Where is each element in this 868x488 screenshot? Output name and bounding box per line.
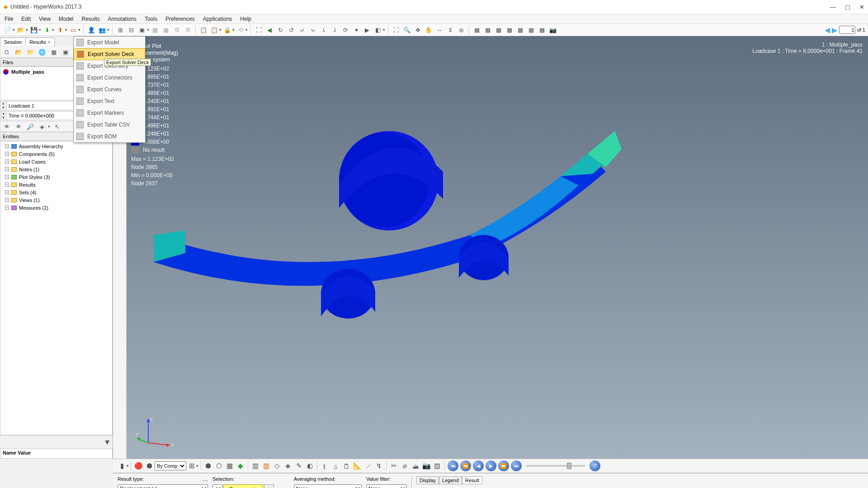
tab-result[interactable]: Result (462, 476, 482, 484)
menu-file[interactable]: File (2, 15, 15, 23)
isolate-icon[interactable]: ◈ (37, 122, 47, 131)
fit-icon[interactable]: ⛶ (254, 25, 264, 35)
expand-icon[interactable]: + (5, 152, 9, 156)
nav-next-icon[interactable]: ▶ (832, 26, 837, 34)
shade4-icon[interactable]: ▩ (505, 25, 514, 35)
lock-icon[interactable]: 🔒 (222, 25, 232, 35)
new-file-icon[interactable]: 🗋 (2, 47, 12, 57)
result2-icon[interactable]: ▥ (261, 461, 271, 471)
expand-icon[interactable]: … (203, 476, 208, 483)
pan-icon[interactable]: ✥ (413, 25, 423, 35)
export-text-item[interactable]: Export Text (74, 95, 145, 107)
move-icon[interactable]: ↔ (434, 25, 444, 35)
avg-select[interactable]: None (294, 484, 362, 488)
person-icon[interactable]: 👤 (86, 25, 96, 35)
tree-node[interactable]: +Load Cases (2, 158, 110, 165)
entities-tree[interactable]: +Assembly Hierarchy+Components (5)+Load … (0, 141, 113, 435)
rotate-xz-icon[interactable]: ⤾ (297, 25, 307, 35)
tool3-icon[interactable]: ⛰ (410, 461, 420, 471)
slides-icon[interactable]: ▭ (68, 25, 78, 35)
shaded-icon[interactable]: ⬢ (203, 461, 213, 471)
expand-icon[interactable]: + (5, 160, 9, 164)
selection-scope-select[interactable] (212, 484, 222, 488)
expand-icon[interactable]: + (5, 144, 9, 148)
result1-icon[interactable]: ▥ (250, 461, 260, 471)
edge-icon[interactable]: ▦ (49, 47, 59, 57)
eye2-icon[interactable]: 👁 (14, 122, 24, 131)
tree-node[interactable]: +Components (5) (2, 150, 110, 158)
anim-slider[interactable] (526, 465, 585, 467)
query1-icon[interactable]: ⫿ (320, 461, 330, 471)
tab-legend[interactable]: Legend (439, 476, 462, 484)
tool5-icon[interactable]: ▨ (432, 461, 442, 471)
tab-session[interactable]: Session (0, 38, 26, 46)
query2-icon[interactable]: ⍙ (330, 461, 340, 471)
rotate2-icon[interactable]: ⤹ (319, 25, 329, 35)
menu-preferences[interactable]: Preferences (163, 15, 197, 23)
open-file-icon[interactable]: 📂 (14, 47, 24, 57)
deformed-icon[interactable]: ◐ (305, 461, 315, 471)
vector-icon[interactable]: ◈ (283, 461, 293, 471)
axis-icon[interactable]: ✦ (351, 25, 361, 35)
export-tablecsv-item[interactable]: Export Table CSV (74, 119, 145, 131)
contour-icon[interactable]: ▮ (117, 461, 127, 471)
menu-view[interactable]: View (37, 15, 53, 23)
people-icon[interactable]: 👥 (97, 25, 107, 35)
export-icon[interactable]: ⬆ (55, 25, 65, 35)
color-by-icon[interactable]: 🔴 (133, 461, 143, 471)
tab-results[interactable]: Results× (25, 38, 55, 46)
shade7-icon[interactable]: ▩ (537, 25, 547, 35)
tree-node[interactable]: +Views (1) (2, 196, 110, 204)
viewport-3d[interactable]: Contour Plot Displacement(Mag) Analysis … (127, 36, 868, 459)
expand-icon[interactable]: + (5, 190, 9, 194)
camera-icon[interactable]: 📷 (548, 25, 558, 35)
layer-icon[interactable]: ⬢ (144, 461, 154, 471)
globe-icon[interactable]: 🌐 (37, 47, 47, 57)
expand-icon[interactable]: + (5, 206, 9, 210)
export-markers-item[interactable]: Export Markers (74, 107, 145, 119)
grid3-icon[interactable]: ⧉ (172, 25, 182, 35)
maximize-button[interactable]: ▢ (845, 4, 850, 10)
tree-node[interactable]: +Notes (1) (2, 165, 110, 173)
export-model-item[interactable]: Export Model (74, 37, 145, 48)
measure-icon[interactable]: 📐 (352, 461, 362, 471)
menu-edit[interactable]: Edit (19, 15, 33, 23)
tree-node[interactable]: +Assembly Hierarchy (2, 142, 110, 150)
menu-results[interactable]: Results (80, 15, 102, 23)
anim-settings-button[interactable]: ⏱ (590, 460, 600, 471)
pointer-icon[interactable]: ↖ (52, 122, 62, 131)
window-icon[interactable]: ⊞ (115, 25, 125, 35)
anim-fwd-button[interactable]: ⏩ (498, 460, 509, 471)
zoom-in-icon[interactable]: 🔍 (402, 25, 412, 35)
expand-icon[interactable]: + (5, 175, 9, 179)
page-number-input[interactable] (839, 26, 855, 34)
feature-icon[interactable]: ◆ (236, 461, 245, 471)
layout-icon[interactable]: ▣ (137, 25, 147, 35)
anim-first-button[interactable]: ⏮ (448, 460, 458, 471)
shade1-icon[interactable]: ▩ (472, 25, 482, 35)
arrow-left-icon[interactable]: ◀ (264, 25, 274, 35)
section-icon[interactable]: ⟋ (363, 461, 373, 471)
save-icon[interactable]: 💾 (29, 25, 39, 35)
expand-icon[interactable]: + (5, 198, 9, 202)
tree-node[interactable]: +Sets (4) (2, 188, 110, 196)
sync-icon[interactable]: ⟲ (236, 25, 245, 35)
wire-icon[interactable]: ⊞ (187, 461, 197, 471)
tree-node[interactable]: +Measures (2) (2, 204, 110, 211)
close-button[interactable]: ✕ (859, 4, 864, 10)
anim-back-button[interactable]: ◀ (473, 460, 484, 471)
hand-icon[interactable]: ✋ (424, 25, 434, 35)
center-icon[interactable]: ⊚ (456, 25, 466, 35)
find-icon[interactable]: 🔎 (25, 122, 35, 131)
trans-icon[interactable]: ⬡ (214, 461, 224, 471)
paste-icon[interactable]: 📋 (198, 25, 208, 35)
tab-display[interactable]: Display (416, 476, 439, 484)
note-icon[interactable]: 🗒 (341, 461, 351, 471)
copy-icon[interactable]: 📋 (209, 25, 219, 35)
value-filter-select[interactable]: None (366, 484, 407, 488)
export-connectors-item[interactable]: Export Connectors (74, 72, 145, 84)
window2-icon[interactable]: ⊟ (126, 25, 136, 35)
eye1-icon[interactable]: 👁 (2, 122, 12, 131)
import-icon[interactable]: ⬇ (42, 25, 52, 35)
cube-icon[interactable]: ▣ (61, 47, 71, 57)
